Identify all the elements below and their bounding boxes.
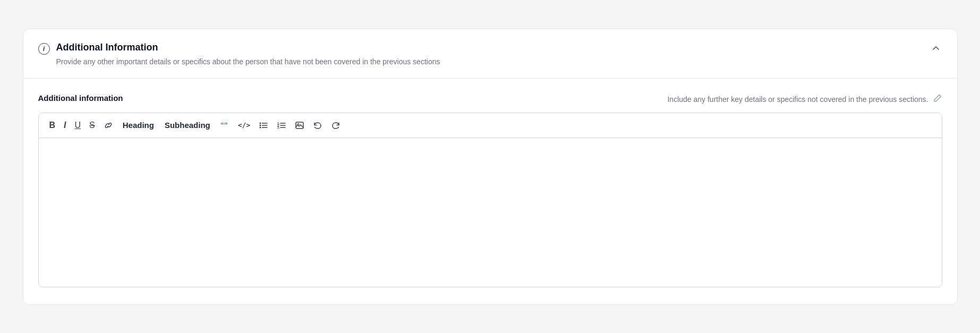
- svg-point-6: [260, 126, 261, 128]
- card-body: Additional information Include any furth…: [23, 79, 957, 304]
- editor-toolbar: B I U S Heading Subheading " ": [39, 113, 942, 138]
- code-button[interactable]: </>: [235, 119, 253, 131]
- undo-button[interactable]: [310, 118, 326, 132]
- strikethrough-button[interactable]: S: [86, 119, 98, 132]
- italic-button[interactable]: I: [61, 119, 69, 132]
- redo-button[interactable]: [328, 118, 344, 132]
- image-button[interactable]: [292, 118, 308, 132]
- card-header-left: i Additional Information Provide any oth…: [38, 42, 440, 67]
- editor-content[interactable]: [39, 138, 942, 287]
- field-hint: Include any further key details or speci…: [667, 93, 942, 105]
- additional-information-card: i Additional Information Provide any oth…: [23, 29, 958, 305]
- subheading-button[interactable]: Subheading: [160, 119, 215, 131]
- field-hint-text: Include any further key details or speci…: [667, 95, 928, 104]
- bold-button[interactable]: B: [46, 119, 59, 132]
- collapse-button[interactable]: [930, 42, 942, 56]
- editor-container: B I U S Heading Subheading " ": [38, 113, 942, 287]
- card-header: i Additional Information Provide any oth…: [23, 29, 957, 79]
- svg-point-4: [260, 124, 261, 126]
- svg-text:3.: 3.: [277, 125, 280, 129]
- blockquote-button[interactable]: " ": [217, 118, 233, 132]
- unordered-list-button[interactable]: [255, 118, 271, 132]
- underline-button[interactable]: U: [72, 119, 84, 132]
- svg-text:": ": [220, 121, 224, 130]
- card-title: Additional Information: [56, 42, 440, 53]
- info-icon: i: [38, 43, 50, 55]
- ordered-list-button[interactable]: 1. 2. 3.: [274, 118, 289, 132]
- heading-button[interactable]: Heading: [118, 119, 158, 131]
- edit-icon[interactable]: [933, 93, 942, 105]
- field-row: Additional information Include any furth…: [38, 93, 942, 105]
- link-button[interactable]: [100, 118, 116, 132]
- svg-point-2: [260, 122, 261, 124]
- field-label: Additional information: [38, 93, 123, 103]
- info-icon-wrapper: i: [38, 43, 50, 55]
- card-header-text: Additional Information Provide any other…: [56, 42, 440, 67]
- svg-text:": ": [224, 121, 228, 130]
- card-subtitle: Provide any other important details or s…: [56, 56, 440, 67]
